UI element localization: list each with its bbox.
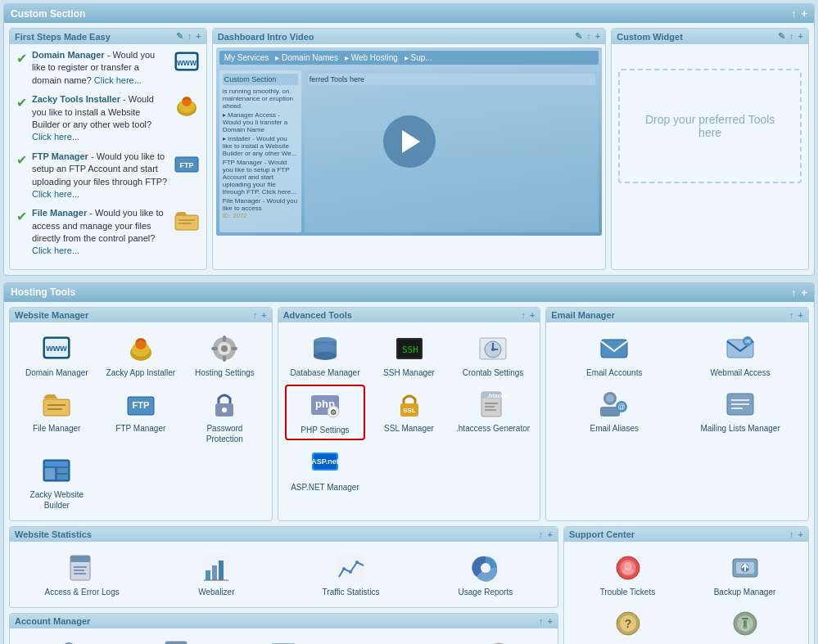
ssh-manager-label: SSH Manager (383, 367, 435, 378)
advanced-tools-icons: ↑ + (521, 310, 535, 320)
tool-email-aliases[interactable]: @ Email Aliases (553, 385, 676, 437)
svg-rect-83 (212, 565, 217, 580)
database-manager-icon (309, 332, 341, 365)
tool-ssh-manager[interactable]: SSH SSH Manager (368, 329, 450, 381)
custom-section-plus-icon[interactable]: + (801, 7, 807, 20)
tool-ssl-manager[interactable]: SSL SSL Manager (368, 385, 450, 440)
email-manager-panel: Email Manager ↑ + Emai (545, 307, 809, 521)
tool-file-manager[interactable]: File Manager (16, 385, 97, 448)
step-text-filemanager: File Manager - Would you like to access … (32, 207, 169, 258)
svg-rect-34 (57, 468, 68, 473)
tool-account-closure[interactable]: Account Closure (447, 635, 551, 644)
dashboard-video-pencil-icon[interactable]: ✎ (575, 31, 582, 42)
tool-trouble-tickets[interactable]: Trouble Tickets (571, 548, 685, 601)
video-mockup[interactable]: My Services ▸ Domain Names ▸ Web Hosting… (216, 47, 603, 236)
tool-mailing-lists[interactable]: Mailing Lists Manager (679, 385, 802, 437)
tool-zacky-website-builder[interactable]: Zacky Website Builder (16, 451, 97, 514)
support-center-plus-icon[interactable]: + (798, 529, 803, 539)
tool-account-information[interactable]: Account Information (16, 635, 120, 644)
svg-point-30 (222, 408, 227, 412)
email-manager-pin-icon[interactable]: ↑ (789, 310, 794, 320)
svg-rect-123 (742, 618, 748, 619)
step-link-zacky[interactable]: Click here... (32, 132, 79, 142)
svg-point-87 (342, 567, 346, 570)
advanced-tools-pin-icon[interactable]: ↑ (521, 310, 526, 320)
first-steps-pin-icon[interactable]: ↑ (188, 31, 192, 42)
tool-zacky-installer[interactable]: Zacky App Installer (101, 329, 182, 381)
dashboard-video-plus-icon[interactable]: + (595, 31, 600, 42)
custom-section-body: First Steps Made Easy ✎ ↑ + ✔ Domain Man… (4, 23, 814, 275)
tool-usage-reports[interactable]: Usage Reports (420, 548, 551, 601)
zacky-website-builder-icon (40, 454, 73, 487)
email-manager-plus-icon[interactable]: + (798, 310, 803, 320)
first-steps-plus-icon[interactable]: + (196, 31, 201, 42)
support-center-header: Support Center ↑ + (564, 527, 808, 542)
tool-two-factor-auth[interactable]: Two-Factor Authentication (232, 635, 336, 644)
first-steps-pencil-icon[interactable]: ✎ (176, 31, 183, 42)
custom-widget-drop-zone[interactable]: Drop your preferred Tools here (618, 69, 802, 183)
zacky-installer-label: Zacky App Installer (106, 367, 175, 378)
website-manager-pin-icon[interactable]: ↑ (253, 310, 258, 320)
custom-widget-pencil-icon[interactable]: ✎ (778, 31, 785, 42)
tool-hosting-faq[interactable]: ? Hosting FAQ (571, 604, 685, 644)
custom-widget-plus-icon[interactable]: + (798, 31, 803, 42)
custom-section-title: Custom Section (11, 8, 85, 20)
tool-domain-manager[interactable]: www Domain Manager (16, 329, 97, 381)
tool-traffic-statistics[interactable]: Traffic Statistics (286, 548, 417, 601)
hosting-tools-plus-icon[interactable]: + (801, 286, 807, 299)
account-manager-pin-icon[interactable]: ↑ (539, 616, 544, 626)
tool-webmail-access[interactable]: ✉ Webmail Access (679, 329, 802, 381)
custom-section-pin-icon[interactable]: ↑ (791, 7, 797, 20)
advanced-tools-plus-icon[interactable]: + (530, 310, 535, 320)
advanced-tools-panel: Advanced Tools ↑ + (278, 307, 541, 521)
tool-hosting-settings[interactable]: Hosting Settings (184, 329, 265, 381)
backup-manager-icon (729, 552, 762, 584)
svg-rect-35 (57, 475, 68, 480)
tool-ftp-manager[interactable]: FTP FTP Manager (101, 385, 182, 448)
custom-widget-drop-text: Drop your preferred Tools here (636, 113, 784, 139)
tool-database-manager[interactable]: Database Manager (285, 329, 366, 381)
tool-account-password[interactable]: Account Password (339, 635, 443, 644)
tool-webalizer[interactable]: Webalizer (151, 548, 282, 601)
crontab-settings-label: Crontab Settings (463, 367, 524, 378)
tool-email-accounts[interactable]: Email Accounts (553, 329, 676, 381)
account-information-icon (52, 638, 85, 644)
tool-system-notifications[interactable]: System Notifications (688, 604, 802, 644)
dashboard-video-pin-icon[interactable]: ↑ (586, 31, 591, 42)
website-statistics-plus-icon[interactable]: + (548, 529, 553, 539)
email-manager-header: Email Manager ↑ + (546, 308, 808, 322)
tool-backup-manager[interactable]: Backup Manager (688, 548, 802, 601)
dashboard-video-header: Dashboard Intro Video ✎ ↑ + (213, 29, 606, 44)
file-manager-label: File Manager (33, 423, 80, 434)
account-closure-icon (482, 638, 515, 644)
custom-section-header: Custom Section ↑ + (4, 4, 814, 23)
tool-php-settings[interactable]: php ⚙ PHP Settings (285, 385, 366, 440)
step-link-domain[interactable]: Click here... (94, 75, 142, 85)
step-link-filemanager[interactable]: Click here... (32, 245, 79, 255)
support-center-pin-icon[interactable]: ↑ (789, 529, 794, 539)
tool-terms-of-service[interactable]: Terms of Service (124, 635, 228, 644)
email-accounts-label: Email Accounts (586, 367, 642, 378)
step-check-filemanager: ✔ (16, 209, 27, 224)
hosting-settings-icon (208, 332, 241, 365)
tool-crontab-settings[interactable]: Crontab Settings (453, 329, 534, 381)
website-manager-plus-icon[interactable]: + (261, 310, 266, 320)
hosting-tools-pin-icon[interactable]: ↑ (791, 286, 797, 299)
tool-access-error-logs[interactable]: Access & Error Logs (16, 548, 147, 601)
database-manager-label: Database Manager (290, 367, 359, 378)
tool-aspnet-manager[interactable]: ASP.net ASP.NET Manager (285, 444, 366, 496)
email-accounts-icon (598, 332, 630, 365)
tool-password-protection[interactable]: Password Protection (184, 385, 265, 448)
traffic-statistics-label: Traffic Statistics (323, 587, 380, 597)
webalizer-label: Webalizer (198, 587, 234, 597)
tool-htaccess-generator[interactable]: .htaccess .htaccess Generator (453, 385, 534, 440)
play-button[interactable] (383, 115, 436, 168)
website-statistics-pin-icon[interactable]: ↑ (539, 529, 544, 539)
account-manager-plus-icon[interactable]: + (548, 616, 553, 626)
step-link-ftp[interactable]: Click here... (32, 189, 79, 199)
svg-point-91 (481, 563, 490, 573)
advanced-tools-title: Advanced Tools (283, 310, 352, 320)
hosting-tools-top-row: Website Manager ↑ + www (4, 302, 814, 521)
custom-widget-pin-icon[interactable]: ↑ (789, 31, 794, 42)
svg-text:FTP: FTP (179, 161, 193, 169)
